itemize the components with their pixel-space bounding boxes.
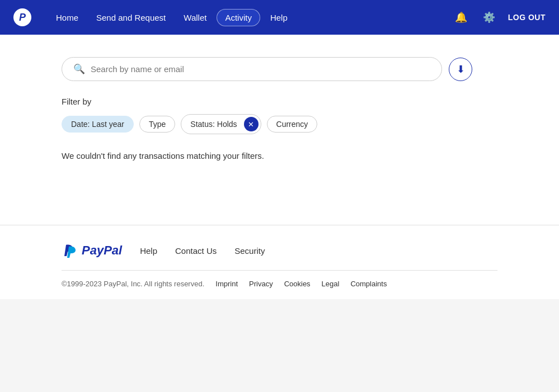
nav-send-request[interactable]: Send and Request [88,10,173,26]
search-container: 🔍 ⬇ [62,57,497,81]
footer-copyright: ©1999-2023 PayPal, Inc. All rights reser… [62,280,204,288]
filter-currency-chip[interactable]: Currency [267,116,318,133]
navbar: P Home Send and Request Wallet Activity … [0,0,559,35]
nav-home[interactable]: Home [48,10,86,26]
nav-logo: P [13,8,31,26]
search-icon: 🔍 [73,63,85,75]
footer-contact-link[interactable]: Contact Us [175,246,217,256]
filter-date-chip[interactable]: Date: Last year [62,116,134,133]
paypal-logo-icon [62,242,78,259]
footer-privacy-link[interactable]: Privacy [249,280,273,288]
nav-right-actions: 🔔 ⚙️ LOG OUT [452,8,546,26]
nav-links: Home Send and Request Wallet Activity He… [48,9,452,26]
filter-status-label: Status: Holds [190,120,241,129]
notification-icon[interactable]: 🔔 [452,8,470,26]
settings-icon[interactable]: ⚙️ [480,8,498,26]
no-results-message: We couldn't find any transactions matchi… [62,151,497,160]
filter-currency-label: Currency [276,120,308,129]
filter-type-chip[interactable]: Type [139,116,175,133]
footer: PayPal Help Contact Us Security ©1999-20… [0,225,559,299]
footer-complaints-link[interactable]: Complaints [350,280,387,288]
footer-logo: PayPal [62,242,122,259]
footer-imprint-link[interactable]: Imprint [215,280,238,288]
filter-type-label: Type [149,120,166,129]
filter-date-label: Date: Last year [71,120,124,129]
filter-status-chip[interactable]: Status: Holds ✕ [181,114,261,134]
footer-bottom: ©1999-2023 PayPal, Inc. All rights reser… [62,280,497,288]
main-content: 🔍 ⬇ Filter by Date: Last year Type Statu… [0,35,559,225]
nav-activity[interactable]: Activity [217,9,260,26]
filter-chips: Date: Last year Type Status: Holds ✕ Cur… [62,114,497,134]
nav-logo-icon: P [13,8,31,26]
footer-cookies-link[interactable]: Cookies [284,280,311,288]
nav-wallet[interactable]: Wallet [176,10,214,26]
footer-top: PayPal Help Contact Us Security [62,242,497,259]
download-button[interactable]: ⬇ [449,58,472,81]
filter-label: Filter by [62,97,497,106]
footer-legal-link[interactable]: Legal [322,280,340,288]
filter-status-close-button[interactable]: ✕ [244,117,259,131]
footer-help-link[interactable]: Help [140,246,157,256]
search-input[interactable] [91,64,430,74]
logout-button[interactable]: LOG OUT [508,13,546,22]
nav-help[interactable]: Help [262,10,295,26]
footer-security-link[interactable]: Security [234,246,265,256]
footer-logo-text: PayPal [82,243,122,258]
search-bar: 🔍 [62,57,442,81]
footer-separator [62,270,497,271]
